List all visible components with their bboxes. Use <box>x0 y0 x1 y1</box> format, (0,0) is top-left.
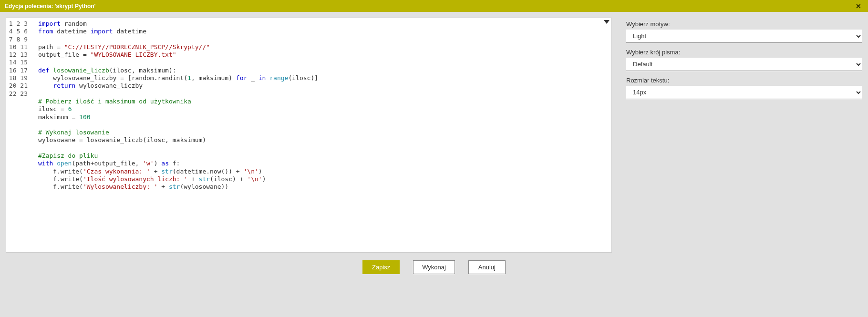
titlebar: Edycja polecenia: 'skrypt Python' ✕ <box>0 0 868 12</box>
workspace: 1 2 3 4 5 6 7 8 9 10 11 12 13 14 15 16 1… <box>0 12 868 253</box>
settings-panel: Wybierz motyw: Light Wybierz krój pisma:… <box>626 18 862 253</box>
window-title: Edycja polecenia: 'skrypt Python' <box>5 3 95 10</box>
theme-label: Wybierz motyw: <box>626 20 862 28</box>
run-button[interactable]: Wykonaj <box>413 260 455 274</box>
size-select[interactable]: 14px <box>626 86 862 99</box>
close-icon[interactable]: ✕ <box>849 0 868 12</box>
save-button[interactable]: Zapisz <box>362 260 400 274</box>
font-label: Wybierz krój pisma: <box>626 49 862 56</box>
code-editor[interactable]: 1 2 3 4 5 6 7 8 9 10 11 12 13 14 15 16 1… <box>6 18 612 253</box>
line-gutter: 1 2 3 4 5 6 7 8 9 10 11 12 13 14 15 16 1… <box>6 18 32 252</box>
theme-select[interactable]: Light <box>626 30 862 43</box>
cancel-button[interactable]: Anuluj <box>468 260 506 274</box>
fold-toggle-icon[interactable] <box>604 20 610 24</box>
font-select[interactable]: Default <box>626 58 862 71</box>
footer: Zapisz Wykonaj Anuluj <box>0 253 868 281</box>
size-label: Rozmiar tekstu: <box>626 77 862 84</box>
code-area[interactable]: import random from datetime import datet… <box>32 18 611 252</box>
